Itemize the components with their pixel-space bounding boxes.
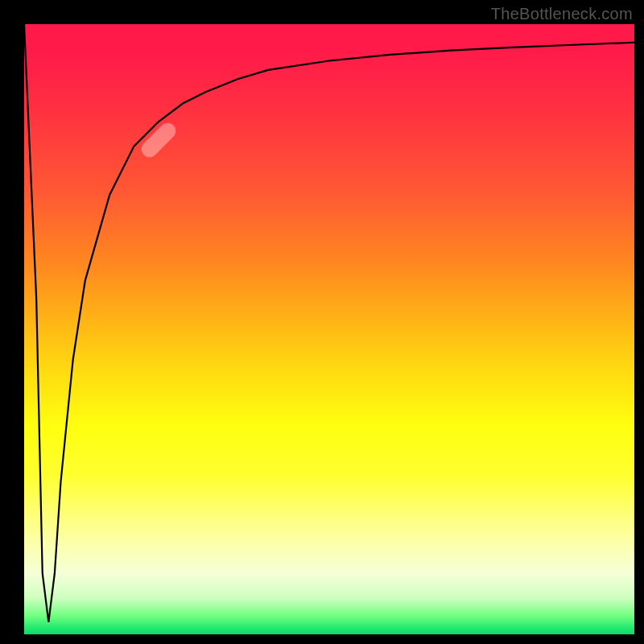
bottleneck-curve bbox=[24, 24, 634, 622]
chart-curve-svg bbox=[24, 24, 634, 634]
plot-frame bbox=[24, 24, 634, 634]
watermark-text: TheBottleneck.com bbox=[491, 5, 633, 23]
